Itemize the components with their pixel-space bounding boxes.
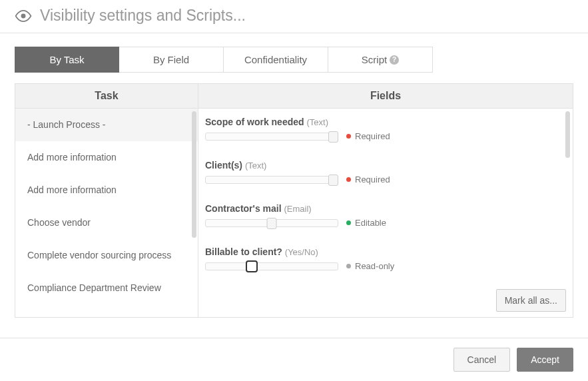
field-label: Client(s) (Text) xyxy=(205,160,566,171)
status-text: Required xyxy=(355,131,390,141)
field-controls: Required xyxy=(205,175,566,185)
dialog-title: Visibility settings and Scripts... xyxy=(40,7,246,25)
status-dot-icon xyxy=(346,220,351,225)
field-row: Scope of work needed (Text) Required xyxy=(205,117,566,141)
cancel-button[interactable]: Cancel xyxy=(453,348,511,372)
status-text: Editable xyxy=(355,218,386,228)
tab-label: By Field xyxy=(153,54,189,65)
tab-label: By Task xyxy=(49,54,84,65)
visibility-slider[interactable] xyxy=(205,262,338,270)
accept-button[interactable]: Accept xyxy=(517,348,573,372)
status-dot-icon xyxy=(346,177,351,182)
field-controls: Editable xyxy=(205,218,566,228)
tab-label: Script xyxy=(362,54,387,65)
help-icon[interactable]: ? xyxy=(390,55,399,65)
task-item[interactable]: Choose vendor xyxy=(15,206,198,239)
tab-by-task[interactable]: By Task xyxy=(15,47,119,73)
task-label: Compliance Department Review xyxy=(27,282,161,293)
col-header-fields: Fields xyxy=(198,84,573,108)
field-name: Scope of work needed xyxy=(205,117,304,127)
fields-scrollbar[interactable] xyxy=(565,111,570,158)
slider-handle[interactable] xyxy=(267,218,277,229)
field-controls: Read-only xyxy=(205,261,566,271)
mark-all-button[interactable]: Mark all as... xyxy=(496,289,566,312)
field-status: Required xyxy=(346,175,390,185)
visibility-slider[interactable] xyxy=(205,176,338,184)
fields-panel: Scope of work needed (Text) Required Cli… xyxy=(198,109,573,317)
field-label: Contractor's mail (Email) xyxy=(205,203,566,214)
task-scrollbar[interactable] xyxy=(192,111,196,238)
task-item[interactable]: Compliance Department Review xyxy=(15,272,198,304)
status-dot-icon xyxy=(346,264,351,268)
slider-handle[interactable] xyxy=(328,131,338,143)
slider-handle[interactable] xyxy=(328,175,338,186)
field-status: Editable xyxy=(346,218,386,228)
field-name: Client(s) xyxy=(205,160,242,171)
field-name: Billable to client? xyxy=(205,246,282,257)
field-label: Scope of work needed (Text) xyxy=(205,117,566,127)
col-header-task: Task xyxy=(15,84,198,108)
tab-label: Confidentiality xyxy=(244,54,307,65)
tab-confidentiality[interactable]: Confidentiality xyxy=(224,47,328,73)
dialog-header: Visibility settings and Scripts... xyxy=(0,0,588,33)
task-label: Complete vendor sourcing process xyxy=(27,250,171,260)
status-text: Required xyxy=(355,175,390,185)
slider-handle[interactable] xyxy=(246,260,258,272)
field-name: Contractor's mail xyxy=(205,203,282,214)
task-label: Choose vendor xyxy=(27,217,91,228)
eye-icon xyxy=(15,7,32,25)
field-type: (Yes/No) xyxy=(285,247,318,257)
visibility-slider[interactable] xyxy=(205,219,338,227)
task-label: - Launch Process - xyxy=(27,119,106,130)
dialog-footer: Cancel Accept xyxy=(0,338,588,381)
task-item[interactable]: Complete vendor sourcing process xyxy=(15,239,198,272)
field-status: Read-only xyxy=(346,261,394,271)
status-text: Read-only xyxy=(355,261,394,271)
field-row: Billable to client? (Yes/No) Read-only xyxy=(205,246,566,271)
table-header: Task Fields xyxy=(15,84,573,109)
field-type: (Text) xyxy=(245,161,267,171)
tab-bar: By Task By Field Confidentiality Script … xyxy=(0,33,588,73)
tab-script[interactable]: Script ? xyxy=(328,47,433,73)
field-label: Billable to client? (Yes/No) xyxy=(205,246,566,257)
task-item-launch-process[interactable]: - Launch Process - xyxy=(15,109,198,141)
task-label: Add more information xyxy=(27,185,117,195)
task-item[interactable]: Add more information xyxy=(15,174,198,206)
task-list: - Launch Process - Add more information … xyxy=(15,109,198,317)
settings-table: Task Fields - Launch Process - Add more … xyxy=(15,83,573,318)
status-dot-icon xyxy=(346,134,351,139)
table-body: - Launch Process - Add more information … xyxy=(15,109,573,317)
visibility-slider[interactable] xyxy=(205,133,338,141)
field-type: (Text) xyxy=(306,117,328,127)
tab-by-field[interactable]: By Field xyxy=(119,47,224,73)
field-row: Contractor's mail (Email) Editable xyxy=(205,203,566,228)
task-item[interactable]: Add more information xyxy=(15,141,198,174)
field-type: (Email) xyxy=(284,204,311,214)
field-row: Client(s) (Text) Required xyxy=(205,160,566,185)
field-controls: Required xyxy=(205,131,566,141)
field-status: Required xyxy=(346,131,390,141)
svg-point-0 xyxy=(21,13,26,18)
task-label: Add more information xyxy=(27,152,117,163)
